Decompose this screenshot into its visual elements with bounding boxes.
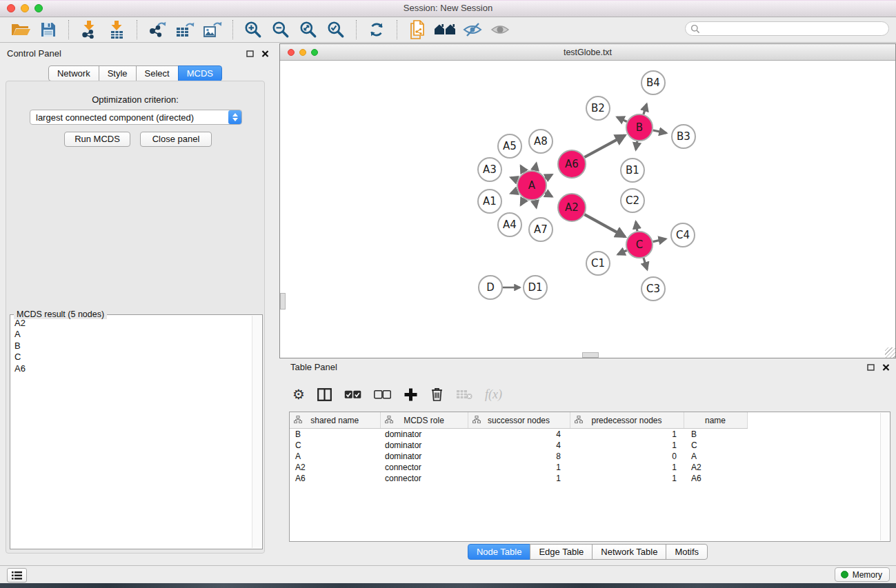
table-cell[interactable]: 1: [570, 440, 684, 451]
graph-edge-A-A5[interactable]: [521, 166, 524, 172]
network-canvas[interactable]: AA1A2A3A4A5A6A7A8BB1B2B3B4CC1C2C3C4DD1: [280, 61, 895, 358]
clone-network-button[interactable]: [405, 18, 430, 41]
float-panel-icon[interactable]: [246, 50, 254, 57]
add-column-icon[interactable]: [404, 387, 418, 402]
table-cell[interactable]: A: [684, 451, 747, 462]
graph-edge-A-A4[interactable]: [521, 199, 524, 205]
tab-motifs[interactable]: Motifs: [666, 544, 708, 560]
show-all-panels-button[interactable]: [432, 18, 457, 41]
table-cell[interactable]: connector: [380, 473, 468, 484]
network-window-titlebar[interactable]: testGlobe.txt: [280, 44, 895, 61]
run-mcds-button[interactable]: Run MCDS: [64, 132, 130, 147]
graph-edge-B-B3[interactable]: [653, 130, 666, 133]
table-row[interactable]: A6connector11A6: [290, 473, 890, 484]
graph-edge-B-B4[interactable]: [644, 104, 647, 114]
tab-mcds[interactable]: MCDS: [178, 65, 222, 81]
table-row[interactable]: A2connector11A2: [290, 462, 890, 473]
table-cell[interactable]: B: [684, 429, 747, 440]
column-header-successor-nodes[interactable]: successor nodes: [468, 412, 570, 429]
export-image-button[interactable]: [200, 18, 225, 41]
table-cell[interactable]: A6: [684, 473, 747, 484]
refresh-button[interactable]: [364, 18, 389, 41]
table-cell[interactable]: A2: [684, 462, 747, 473]
graph-edge-A2-C[interactable]: [584, 214, 625, 236]
graph-edge-A-A1[interactable]: [511, 191, 518, 194]
mcds-result-item[interactable]: B: [12, 341, 250, 352]
table-cell[interactable]: 1: [468, 462, 570, 473]
float-panel-icon[interactable]: [867, 364, 875, 371]
graph-edge-A-A3[interactable]: [511, 178, 518, 181]
table-cell[interactable]: 8: [468, 451, 570, 462]
column-header-shared-name[interactable]: shared name: [290, 412, 380, 429]
mcds-result-item[interactable]: A: [12, 329, 250, 340]
graph-edge-A-A8[interactable]: [535, 163, 536, 170]
graph-edge-A6-B[interactable]: [584, 135, 624, 157]
tab-edge-table[interactable]: Edge Table: [530, 544, 593, 560]
table-cell[interactable]: C: [290, 440, 380, 451]
graph-edge-B-B2[interactable]: [617, 117, 627, 122]
task-history-button[interactable]: [7, 568, 27, 582]
zoom-in-button[interactable]: [241, 18, 266, 41]
zoom-out-button[interactable]: [268, 18, 293, 41]
graph-edge-C-C1[interactable]: [618, 250, 627, 254]
table-row[interactable]: Adominator80A: [290, 451, 890, 462]
panel-grip-left[interactable]: [280, 293, 286, 310]
mcds-result-item[interactable]: A6: [12, 363, 250, 374]
zoom-selected-button[interactable]: [323, 18, 348, 41]
hide-selected-button[interactable]: [460, 18, 485, 41]
graph-edge-A-A7[interactable]: [535, 201, 536, 207]
graph-edge-C-C4[interactable]: [653, 239, 666, 242]
column-header-MCDS-role[interactable]: MCDS role: [380, 412, 468, 429]
graph-edge-A-A6[interactable]: [545, 174, 552, 178]
table-cell[interactable]: A6: [290, 473, 380, 484]
graph-edge-A-A2[interactable]: [545, 193, 552, 197]
table-cell[interactable]: A: [290, 451, 380, 462]
column-view-icon[interactable]: [317, 388, 332, 401]
delete-column-trash-icon[interactable]: [430, 387, 444, 402]
panel-grip-bottom[interactable]: [582, 352, 599, 358]
open-session-button[interactable]: [8, 18, 33, 41]
mcds-result-item[interactable]: C: [12, 352, 250, 363]
search-field[interactable]: [685, 21, 889, 36]
import-network-button[interactable]: [77, 18, 101, 41]
table-cell[interactable]: dominator: [380, 440, 468, 451]
table-scrollbar[interactable]: [880, 413, 889, 540]
table-cell[interactable]: 1: [570, 429, 684, 440]
table-cell[interactable]: 1: [570, 473, 684, 484]
table-cell[interactable]: C: [684, 440, 747, 451]
table-cell[interactable]: dominator: [380, 429, 468, 440]
optimization-criterion-select[interactable]: largest connected component (directed): [30, 110, 242, 125]
table-cell[interactable]: B: [290, 429, 380, 440]
close-panel-icon[interactable]: [882, 364, 890, 371]
graph-edge-C-C3[interactable]: [644, 258, 647, 270]
table-cell[interactable]: 1: [570, 462, 684, 473]
table-cell[interactable]: 4: [468, 429, 570, 440]
table-row[interactable]: Cdominator41C: [290, 440, 890, 451]
tab-select[interactable]: Select: [136, 65, 179, 81]
tab-network-table[interactable]: Network Table: [592, 544, 666, 560]
mcds-list-scrollbar[interactable]: [252, 316, 261, 548]
table-cell[interactable]: 0: [570, 451, 684, 462]
table-settings-gear-icon[interactable]: ⚙: [292, 387, 305, 401]
tab-network[interactable]: Network: [48, 65, 99, 81]
close-panel-button[interactable]: Close panel: [140, 132, 212, 147]
mcds-result-item[interactable]: A2: [12, 318, 250, 329]
zoom-fit-button[interactable]: [296, 18, 321, 41]
tab-node-table[interactable]: Node Table: [468, 544, 531, 560]
export-table-button[interactable]: [172, 18, 197, 41]
export-network-button[interactable]: [145, 18, 170, 41]
table-cell[interactable]: 1: [468, 473, 570, 484]
graph-edge-C-C2[interactable]: [636, 222, 637, 232]
column-header-name[interactable]: name: [684, 412, 747, 429]
close-panel-icon[interactable]: [261, 50, 269, 57]
show-hidden-button[interactable]: [488, 18, 512, 41]
resize-grip-icon[interactable]: [885, 347, 895, 358]
search-input[interactable]: [700, 23, 888, 34]
save-session-button[interactable]: [36, 18, 61, 41]
deselect-all-rows-icon[interactable]: [374, 390, 391, 399]
table-cell[interactable]: connector: [380, 462, 468, 473]
import-table-button[interactable]: [104, 18, 129, 41]
graph-edge-B-B1[interactable]: [636, 141, 637, 150]
table-cell[interactable]: dominator: [380, 451, 468, 462]
select-all-rows-icon[interactable]: [344, 390, 361, 399]
